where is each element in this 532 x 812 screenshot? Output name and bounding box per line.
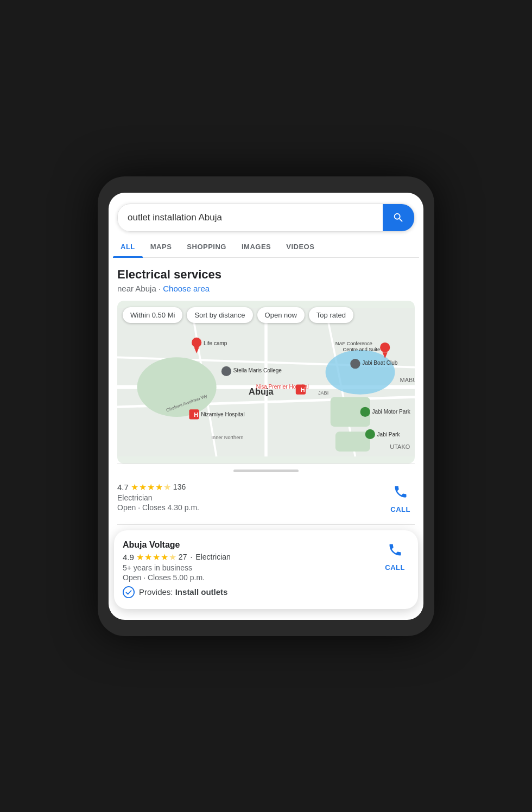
chip-open[interactable]: Open now: [257, 307, 305, 323]
svg-rect-9: [335, 432, 370, 452]
business-1-info: 4.7 ★ ★ ★ ★ ★ 136 Electrician Open · Clo…: [117, 482, 386, 512]
svg-text:Nizamiye Hospital: Nizamiye Hospital: [201, 411, 244, 417]
divider-2: [117, 524, 415, 525]
star2-half: ★: [169, 552, 176, 562]
provides-service: Install outlets: [175, 587, 228, 597]
star-4: ★: [155, 482, 163, 492]
search-bar: [117, 204, 415, 232]
business-2-name: Abuja Voltage: [123, 540, 381, 550]
business-1-type: Electrician: [117, 493, 386, 502]
business-2-info: Abuja Voltage 4.9 ★ ★ ★ ★ ★ 27 · Electri…: [123, 540, 381, 598]
tab-all[interactable]: ALL: [113, 236, 143, 257]
svg-point-26: [360, 407, 370, 416]
phone-frame: ALL MAPS SHOPPING IMAGES VIDEOS Electric…: [98, 176, 434, 636]
business-2-stars: ★ ★ ★ ★ ★: [136, 552, 176, 562]
search-button[interactable]: [383, 204, 414, 231]
section-subtitle: near Abuja · Choose area: [117, 284, 415, 293]
svg-text:Jabi Boat Club: Jabi Boat Club: [362, 360, 398, 366]
star2-3: ★: [153, 552, 160, 562]
nav-tabs: ALL MAPS SHOPPING IMAGES VIDEOS: [113, 236, 419, 258]
star2-4: ★: [161, 552, 168, 562]
svg-text:H: H: [194, 411, 198, 417]
svg-point-38: [123, 586, 134, 597]
business-2-type: Electrician: [195, 553, 231, 561]
tab-videos[interactable]: VIDEOS: [278, 236, 322, 257]
business-1-rating: 4.7: [117, 483, 129, 492]
tab-maps[interactable]: MAPS: [143, 236, 180, 257]
tab-images[interactable]: IMAGES: [234, 236, 278, 257]
svg-text:Jabi Park: Jabi Park: [377, 431, 401, 437]
svg-point-28: [365, 429, 375, 439]
star-half: ★: [163, 482, 171, 492]
business-card-1: 4.7 ★ ★ ★ ★ ★ 136 Electrician Open · Clo…: [109, 475, 423, 524]
business-2-rating-row: 4.9 ★ ★ ★ ★ ★ 27 · Electrician: [123, 552, 381, 562]
chip-toprated[interactable]: Top rated: [309, 307, 353, 323]
screen: ALL MAPS SHOPPING IMAGES VIDEOS Electric…: [109, 193, 423, 620]
svg-text:Inner Northern: Inner Northern: [212, 435, 244, 440]
svg-point-16: [380, 342, 390, 352]
provides-label: Provides:: [139, 587, 175, 597]
svg-rect-21: [350, 359, 360, 369]
business-1-status: Open · Closes 4.30 p.m.: [117, 503, 386, 512]
star2-2: ★: [144, 552, 152, 562]
svg-point-11: [192, 337, 201, 347]
dot-sep: ·: [190, 553, 192, 561]
star-3: ★: [147, 482, 155, 492]
call-icon-1: [393, 484, 408, 503]
business-2-rating: 4.9: [123, 553, 134, 562]
svg-rect-14: [221, 366, 231, 376]
svg-text:Centre and Suite: Centre and Suite: [343, 347, 380, 352]
svg-text:Life camp: Life camp: [204, 340, 227, 346]
business-1-rating-row: 4.7 ★ ★ ★ ★ ★ 136: [117, 482, 386, 492]
subtitle-text: near Abuja ·: [117, 284, 163, 293]
chip-sort[interactable]: Sort by distance: [187, 307, 252, 323]
business-1-call-button[interactable]: CALL: [386, 482, 415, 516]
star-1: ★: [131, 482, 138, 492]
svg-text:MABU: MABU: [400, 377, 415, 383]
svg-text:UTAKO: UTAKO: [390, 443, 410, 450]
business-2-status: Open · Closes 5.00 p.m.: [123, 573, 381, 582]
choose-area-link[interactable]: Choose area: [163, 284, 210, 293]
scroll-bar: [233, 470, 299, 472]
business-1-review-count: 136: [173, 483, 186, 491]
business-1-stars: ★ ★ ★ ★ ★: [131, 482, 171, 492]
section-title: Electrical services: [117, 268, 415, 282]
svg-text:Nisa Premier Hospital: Nisa Premier Hospital: [256, 383, 309, 389]
check-circle-icon: [123, 586, 135, 598]
scroll-indicator: [109, 464, 423, 475]
business-card-2: Abuja Voltage 4.9 ★ ★ ★ ★ ★ 27 · Electri…: [114, 530, 418, 609]
svg-text:Jabi Motor Park: Jabi Motor Park: [372, 409, 410, 415]
business-2-call-button[interactable]: CALL: [381, 540, 409, 574]
map-container[interactable]: Within 0.50 Mi Sort by distance Open now…: [117, 301, 415, 464]
business-2-years: 5+ years in business: [123, 563, 381, 572]
star-2: ★: [139, 482, 147, 492]
provides-text: Provides: Install outlets: [139, 587, 227, 597]
filter-chips: Within 0.50 Mi Sort by distance Open now…: [123, 307, 409, 323]
search-icon: [392, 212, 404, 224]
business-2-call-label: CALL: [385, 563, 405, 572]
chip-distance[interactable]: Within 0.50 Mi: [123, 307, 182, 323]
svg-text:NAF Conference: NAF Conference: [335, 341, 372, 346]
main-content: Electrical services near Abuja · Choose …: [109, 258, 423, 464]
business-1-call-label: CALL: [390, 505, 410, 513]
search-input[interactable]: [118, 205, 383, 231]
map-svg: Life camp Stella Maris College NAF Confe…: [117, 301, 415, 464]
tab-shopping[interactable]: SHOPPING: [179, 236, 234, 257]
svg-text:Stella Maris College: Stella Maris College: [233, 367, 282, 373]
business-2-review-count: 27: [179, 553, 187, 561]
svg-text:JABI: JABI: [318, 390, 328, 395]
star2-1: ★: [136, 552, 144, 562]
call-icon-2: [388, 542, 403, 561]
provides-row: Provides: Install outlets: [123, 586, 381, 598]
